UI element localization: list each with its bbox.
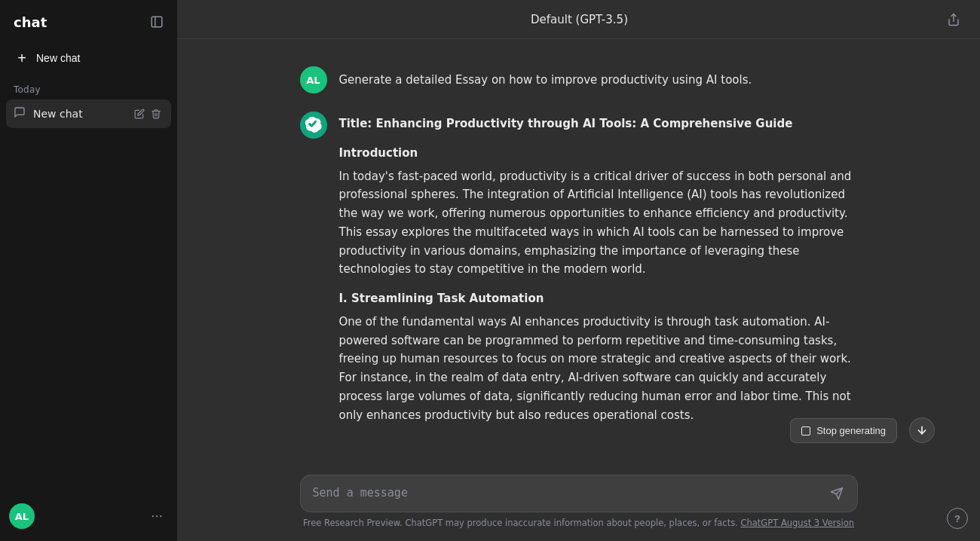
send-button[interactable] bbox=[828, 485, 845, 502]
sidebar-toggle-button[interactable] bbox=[145, 11, 168, 33]
app-title: chat bbox=[9, 11, 51, 33]
footer-disclaimer: Free Research Preview. ChatGPT may produ… bbox=[291, 512, 866, 535]
svg-point-3 bbox=[156, 515, 158, 517]
new-chat-button[interactable]: + New chat bbox=[6, 44, 171, 72]
chat-item-label: New chat bbox=[33, 108, 126, 120]
help-button[interactable]: ? bbox=[947, 508, 968, 529]
stop-generating-label: Stop generating bbox=[816, 425, 886, 436]
chat-bubble-icon bbox=[14, 106, 27, 121]
main-content: Default (GPT-3.5) AL Generate a detailed… bbox=[177, 0, 980, 541]
input-container bbox=[270, 475, 888, 512]
ai-message-content: Title: Enhancing Productivity through AI… bbox=[339, 112, 858, 432]
plus-icon: + bbox=[15, 51, 29, 65]
ai-message-row: Title: Enhancing Productivity through AI… bbox=[240, 102, 918, 441]
stop-generating-button[interactable]: Stop generating bbox=[790, 418, 897, 443]
delete-chat-button[interactable] bbox=[149, 106, 164, 121]
stop-square-icon bbox=[801, 426, 810, 436]
footer-version-link[interactable]: ChatGPT August 3 Version bbox=[741, 518, 855, 528]
intro-heading: Introduction bbox=[339, 144, 858, 163]
user-message-row: AL Generate a detailed Essay on how to i… bbox=[240, 57, 918, 102]
svg-rect-0 bbox=[152, 17, 162, 27]
ai-avatar-icon bbox=[300, 112, 327, 139]
message-input[interactable] bbox=[313, 484, 822, 503]
model-name: Default (GPT-3.5) bbox=[216, 13, 942, 26]
footer-menu-button[interactable] bbox=[145, 505, 168, 527]
essay-title: Title: Enhancing Productivity through AI… bbox=[339, 115, 858, 133]
input-section: Free Research Preview. ChatGPT may produ… bbox=[177, 475, 980, 541]
svg-point-2 bbox=[152, 515, 154, 517]
svg-point-4 bbox=[160, 515, 161, 517]
intro-paragraph: In today's fast-paced world, productivit… bbox=[339, 167, 858, 280]
user-avatar[interactable]: AL bbox=[9, 503, 35, 529]
new-chat-label: New chat bbox=[36, 52, 80, 64]
section-task-automation: I. Streamlining Task Automation One of t… bbox=[339, 289, 858, 424]
scroll-to-bottom-button[interactable] bbox=[909, 417, 935, 443]
task-automation-heading: I. Streamlining Task Automation bbox=[339, 289, 858, 308]
sidebar-header: chat bbox=[6, 6, 171, 38]
edit-chat-button[interactable] bbox=[132, 106, 147, 121]
chat-item-actions bbox=[132, 106, 164, 121]
chat-list-item[interactable]: New chat bbox=[6, 99, 171, 128]
user-message-text: Generate a detailed Essay on how to impr… bbox=[339, 66, 752, 93]
section-introduction: Introduction In today's fast-paced world… bbox=[339, 144, 858, 279]
sidebar: chat + New chat Today New chat bbox=[0, 0, 177, 541]
user-avatar-icon: AL bbox=[300, 66, 327, 93]
help-icon: ? bbox=[954, 513, 960, 524]
today-section-label: Today bbox=[6, 81, 171, 99]
footer-note-text: Free Research Preview. ChatGPT may produ… bbox=[303, 518, 738, 528]
stop-generating-container: Stop generating bbox=[790, 418, 897, 443]
main-header: Default (GPT-3.5) bbox=[177, 0, 980, 39]
share-button[interactable] bbox=[942, 8, 965, 31]
task-automation-paragraph: One of the fundamental ways AI enhances … bbox=[339, 313, 858, 425]
sidebar-footer: AL bbox=[6, 497, 171, 535]
chat-area: AL Generate a detailed Essay on how to i… bbox=[177, 39, 980, 475]
message-input-wrapper bbox=[300, 475, 858, 512]
